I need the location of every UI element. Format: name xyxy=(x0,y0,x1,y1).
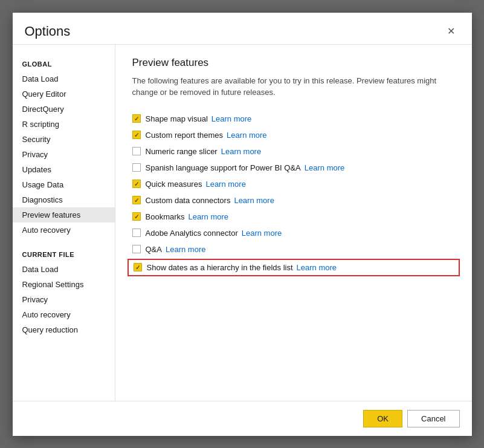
checkbox-wrapper-adobe-analytics xyxy=(132,229,141,237)
feature-row-bookmarks: Bookmarks Learn more xyxy=(132,209,455,225)
checkbox-wrapper-spanish-language xyxy=(132,163,141,172)
dialog-title-bar: Options ✕ xyxy=(13,13,472,44)
feature-label-custom-data-connectors: Custom data connectors xyxy=(146,196,231,205)
sidebar-divider xyxy=(13,238,115,245)
checkbox-wrapper-custom-data-connectors xyxy=(132,196,141,204)
checkbox-wrapper-shape-map xyxy=(132,114,141,123)
checkbox-wrapper-show-dates xyxy=(134,263,142,271)
checkbox-show-dates[interactable] xyxy=(134,263,142,271)
checkbox-wrapper-numeric-range xyxy=(132,147,141,155)
checkbox-numeric-range[interactable] xyxy=(132,147,141,155)
checkbox-adobe-analytics[interactable] xyxy=(132,229,141,237)
sidebar-item-diagnostics[interactable]: Diagnostics xyxy=(13,192,115,207)
sidebar-item-preview-features[interactable]: Preview features xyxy=(13,207,115,222)
feature-label-show-dates: Show dates as a hierarchy in the fields … xyxy=(147,263,293,272)
learn-more-show-dates[interactable]: Learn more xyxy=(297,263,337,272)
sidebar-item-query-editor[interactable]: Query Editor xyxy=(13,86,115,102)
dialog-body: GLOBAL Data Load Query Editor DirectQuer… xyxy=(13,44,472,401)
sidebar-item-data-load-file[interactable]: Data Load xyxy=(13,262,115,277)
feature-label-custom-report: Custom report themes xyxy=(146,131,224,140)
ok-button[interactable]: OK xyxy=(363,410,402,427)
sidebar-item-data-load-global[interactable]: Data Load xyxy=(13,71,115,86)
checkbox-wrapper-qna xyxy=(132,245,141,253)
feature-label-quick-measures: Quick measures xyxy=(146,180,202,189)
sidebar-item-auto-recovery-global[interactable]: Auto recovery xyxy=(13,222,115,238)
sidebar-item-query-reduction[interactable]: Query reduction xyxy=(13,322,115,337)
checkbox-bookmarks[interactable] xyxy=(132,212,141,221)
checkbox-spanish-language[interactable] xyxy=(132,163,141,172)
dialog-footer: OK Cancel xyxy=(13,401,472,436)
global-section-header: GLOBAL xyxy=(13,54,115,71)
feature-row-custom-data-connectors: Custom data connectors Learn more xyxy=(132,192,455,209)
checkbox-custom-data-connectors[interactable] xyxy=(132,196,141,204)
feature-row-custom-report: Custom report themes Learn more xyxy=(132,127,455,143)
learn-more-custom-report[interactable]: Learn more xyxy=(227,131,266,140)
feature-label-bookmarks: Bookmarks xyxy=(146,212,185,221)
learn-more-custom-data-connectors[interactable]: Learn more xyxy=(234,196,274,205)
feature-row-quick-measures: Quick measures Learn more xyxy=(132,176,455,192)
sidebar-item-security[interactable]: Security xyxy=(13,132,115,147)
checkbox-quick-measures[interactable] xyxy=(132,180,141,188)
main-content: Preview features The following features … xyxy=(115,45,472,401)
sidebar: GLOBAL Data Load Query Editor DirectQuer… xyxy=(13,45,115,401)
feature-row-adobe-analytics: Adobe Analytics connector Learn more xyxy=(132,225,455,241)
learn-more-qna[interactable]: Learn more xyxy=(166,245,205,254)
main-description: The following features are available for… xyxy=(132,75,455,99)
checkbox-custom-report[interactable] xyxy=(132,131,141,139)
feature-label-adobe-analytics: Adobe Analytics connector xyxy=(146,229,238,238)
learn-more-adobe-analytics[interactable]: Learn more xyxy=(242,229,282,238)
sidebar-item-usage-data[interactable]: Usage Data xyxy=(13,177,115,192)
close-button[interactable]: ✕ xyxy=(442,24,460,39)
feature-row-qna: Q&A Learn more xyxy=(132,241,455,258)
checkbox-wrapper-bookmarks xyxy=(132,212,141,221)
sidebar-item-auto-recovery-file[interactable]: Auto recovery xyxy=(13,307,115,322)
options-dialog: Options ✕ GLOBAL Data Load Query Editor … xyxy=(13,13,472,436)
feature-label-numeric-range: Numeric range slicer xyxy=(146,147,218,156)
feature-row-numeric-range: Numeric range slicer Learn more xyxy=(132,143,455,160)
feature-label-shape-map: Shape map visual xyxy=(146,114,208,123)
feature-label-spanish-language: Spanish language support for Power BI Q&… xyxy=(146,163,301,172)
learn-more-quick-measures[interactable]: Learn more xyxy=(205,180,245,189)
feature-row-show-dates: Show dates as a hierarchy in the fields … xyxy=(127,259,460,276)
checkbox-qna[interactable] xyxy=(132,245,141,253)
sidebar-item-regional-settings[interactable]: Regional Settings xyxy=(13,277,115,292)
feature-row-spanish-language: Spanish language support for Power BI Q&… xyxy=(132,160,455,176)
checkbox-wrapper-custom-report xyxy=(132,131,141,139)
sidebar-item-updates[interactable]: Updates xyxy=(13,162,115,177)
dialog-title: Options xyxy=(25,24,71,39)
learn-more-shape-map[interactable]: Learn more xyxy=(211,114,251,123)
checkbox-shape-map[interactable] xyxy=(132,114,141,123)
sidebar-item-r-scripting[interactable]: R scripting xyxy=(13,117,115,132)
learn-more-bookmarks[interactable]: Learn more xyxy=(189,212,228,221)
learn-more-spanish-language[interactable]: Learn more xyxy=(305,163,344,172)
learn-more-numeric-range[interactable]: Learn more xyxy=(221,147,261,156)
sidebar-item-privacy-file[interactable]: Privacy xyxy=(13,292,115,307)
sidebar-item-privacy-global[interactable]: Privacy xyxy=(13,147,115,162)
main-title: Preview features xyxy=(132,57,455,69)
feature-label-qna: Q&A xyxy=(146,245,162,254)
sidebar-item-directquery[interactable]: DirectQuery xyxy=(13,102,115,117)
current-file-section-header: CURRENT FILE xyxy=(13,245,115,262)
checkbox-wrapper-quick-measures xyxy=(132,180,141,188)
cancel-button[interactable]: Cancel xyxy=(407,410,459,427)
feature-row-shape-map: Shape map visual Learn more xyxy=(132,111,455,127)
